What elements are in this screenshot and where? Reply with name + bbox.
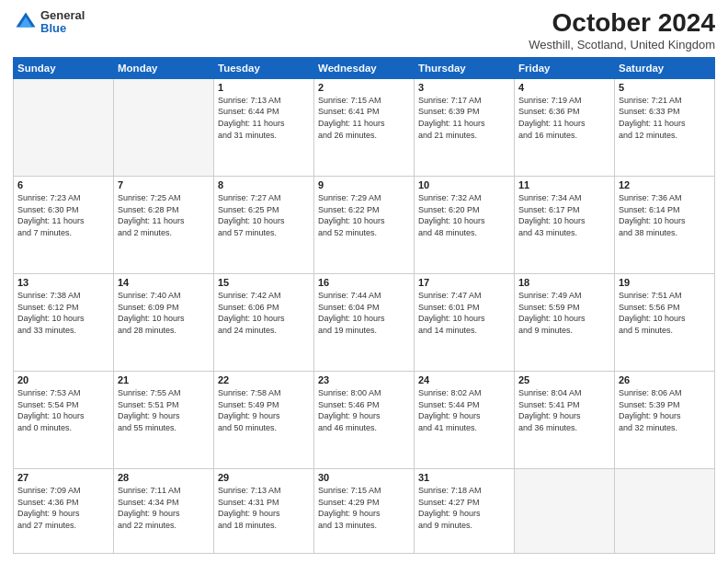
calendar-cell-w5-d6 <box>515 469 615 554</box>
calendar-cell-w4-d7: 26Sunrise: 8:06 AMSunset: 5:39 PMDayligh… <box>615 372 715 469</box>
day-number: 27 <box>17 472 109 483</box>
calendar-cell-w4-d4: 23Sunrise: 8:00 AMSunset: 5:46 PMDayligh… <box>314 372 415 469</box>
calendar-cell-w3-d1: 13Sunrise: 7:38 AMSunset: 6:12 PMDayligh… <box>14 274 114 372</box>
logo-general: General <box>40 9 85 22</box>
day-number: 20 <box>17 374 109 385</box>
day-number: 7 <box>118 179 210 190</box>
day-detail: Sunrise: 7:32 AMSunset: 6:20 PMDaylight:… <box>418 192 510 238</box>
header: General Blue October 2024 Westhill, Scot… <box>13 9 715 52</box>
day-detail: Sunrise: 8:06 AMSunset: 5:39 PMDaylight:… <box>619 387 711 433</box>
title-block: October 2024 Westhill, Scotland, United … <box>529 9 715 52</box>
day-detail: Sunrise: 7:36 AMSunset: 6:14 PMDaylight:… <box>619 192 711 238</box>
day-detail: Sunrise: 7:18 AMSunset: 4:27 PMDaylight:… <box>418 485 510 531</box>
calendar-cell-w1-d4: 2Sunrise: 7:15 AMSunset: 6:41 PMDaylight… <box>314 78 415 176</box>
calendar-cell-w5-d4: 30Sunrise: 7:15 AMSunset: 4:29 PMDayligh… <box>314 469 415 554</box>
day-detail: Sunrise: 7:29 AMSunset: 6:22 PMDaylight:… <box>318 192 410 238</box>
day-detail: Sunrise: 7:40 AMSunset: 6:09 PMDaylight:… <box>118 290 210 336</box>
main-title: October 2024 <box>529 9 715 38</box>
header-saturday: Saturday <box>615 57 715 78</box>
calendar-cell-w4-d5: 24Sunrise: 8:02 AMSunset: 5:44 PMDayligh… <box>415 372 515 469</box>
day-detail: Sunrise: 7:27 AMSunset: 6:25 PMDaylight:… <box>218 192 310 238</box>
calendar-cell-w4-d6: 25Sunrise: 8:04 AMSunset: 5:41 PMDayligh… <box>515 372 615 469</box>
day-number: 28 <box>118 472 210 483</box>
calendar-cell-w5-d3: 29Sunrise: 7:13 AMSunset: 4:31 PMDayligh… <box>214 469 314 554</box>
logo: General Blue <box>13 9 85 36</box>
day-number: 13 <box>17 277 109 288</box>
day-number: 18 <box>518 277 610 288</box>
day-number: 11 <box>518 179 610 190</box>
calendar-cell-w5-d1: 27Sunrise: 7:09 AMSunset: 4:36 PMDayligh… <box>14 469 114 554</box>
calendar-week-2: 6Sunrise: 7:23 AMSunset: 6:30 PMDaylight… <box>14 176 715 273</box>
day-detail: Sunrise: 8:00 AMSunset: 5:46 PMDaylight:… <box>318 387 410 433</box>
calendar-cell-w3-d6: 18Sunrise: 7:49 AMSunset: 5:59 PMDayligh… <box>515 274 615 372</box>
logo-text: General Blue <box>40 9 85 36</box>
day-detail: Sunrise: 7:17 AMSunset: 6:39 PMDaylight:… <box>418 95 510 141</box>
day-detail: Sunrise: 7:15 AMSunset: 6:41 PMDaylight:… <box>318 95 410 141</box>
day-number: 19 <box>619 277 711 288</box>
day-number: 3 <box>418 82 510 93</box>
day-number: 1 <box>218 82 310 93</box>
calendar-header-row: Sunday Monday Tuesday Wednesday Thursday… <box>14 57 715 78</box>
day-number: 26 <box>619 374 711 385</box>
logo-icon <box>13 9 39 35</box>
day-number: 30 <box>318 472 410 483</box>
day-detail: Sunrise: 7:55 AMSunset: 5:51 PMDaylight:… <box>118 387 210 433</box>
day-number: 22 <box>218 374 310 385</box>
day-detail: Sunrise: 7:15 AMSunset: 4:29 PMDaylight:… <box>318 485 410 531</box>
day-number: 12 <box>619 179 711 190</box>
day-detail: Sunrise: 7:23 AMSunset: 6:30 PMDaylight:… <box>17 192 109 238</box>
calendar-cell-w5-d7 <box>615 469 715 554</box>
calendar-cell-w1-d7: 5Sunrise: 7:21 AMSunset: 6:33 PMDaylight… <box>615 78 715 176</box>
calendar-cell-w2-d5: 10Sunrise: 7:32 AMSunset: 6:20 PMDayligh… <box>415 176 515 273</box>
day-detail: Sunrise: 7:13 AMSunset: 6:44 PMDaylight:… <box>218 95 310 141</box>
day-number: 17 <box>418 277 510 288</box>
calendar-week-4: 20Sunrise: 7:53 AMSunset: 5:54 PMDayligh… <box>14 372 715 469</box>
day-detail: Sunrise: 8:02 AMSunset: 5:44 PMDaylight:… <box>418 387 510 433</box>
calendar-cell-w4-d1: 20Sunrise: 7:53 AMSunset: 5:54 PMDayligh… <box>14 372 114 469</box>
header-thursday: Thursday <box>415 57 515 78</box>
calendar-cell-w2-d4: 9Sunrise: 7:29 AMSunset: 6:22 PMDaylight… <box>314 176 415 273</box>
day-detail: Sunrise: 7:25 AMSunset: 6:28 PMDaylight:… <box>118 192 210 238</box>
day-detail: Sunrise: 7:51 AMSunset: 5:56 PMDaylight:… <box>619 290 711 336</box>
calendar-cell-w1-d5: 3Sunrise: 7:17 AMSunset: 6:39 PMDaylight… <box>415 78 515 176</box>
calendar-cell-w1-d1 <box>14 78 114 176</box>
day-number: 23 <box>318 374 410 385</box>
day-detail: Sunrise: 7:11 AMSunset: 4:34 PMDaylight:… <box>118 485 210 531</box>
calendar-cell-w1-d2 <box>114 78 214 176</box>
day-number: 5 <box>619 82 711 93</box>
day-detail: Sunrise: 7:19 AMSunset: 6:36 PMDaylight:… <box>518 95 610 141</box>
day-number: 2 <box>318 82 410 93</box>
calendar-cell-w3-d4: 16Sunrise: 7:44 AMSunset: 6:04 PMDayligh… <box>314 274 415 372</box>
header-wednesday: Wednesday <box>314 57 415 78</box>
header-monday: Monday <box>114 57 214 78</box>
day-detail: Sunrise: 7:34 AMSunset: 6:17 PMDaylight:… <box>518 192 610 238</box>
header-tuesday: Tuesday <box>214 57 314 78</box>
calendar-cell-w2-d2: 7Sunrise: 7:25 AMSunset: 6:28 PMDaylight… <box>114 176 214 273</box>
day-detail: Sunrise: 7:09 AMSunset: 4:36 PMDaylight:… <box>17 485 109 531</box>
calendar-cell-w2-d1: 6Sunrise: 7:23 AMSunset: 6:30 PMDaylight… <box>14 176 114 273</box>
calendar-cell-w1-d3: 1Sunrise: 7:13 AMSunset: 6:44 PMDaylight… <box>214 78 314 176</box>
day-number: 29 <box>218 472 310 483</box>
calendar-cell-w3-d7: 19Sunrise: 7:51 AMSunset: 5:56 PMDayligh… <box>615 274 715 372</box>
day-number: 14 <box>118 277 210 288</box>
calendar-cell-w1-d6: 4Sunrise: 7:19 AMSunset: 6:36 PMDaylight… <box>515 78 615 176</box>
day-detail: Sunrise: 7:53 AMSunset: 5:54 PMDaylight:… <box>17 387 109 433</box>
logo-blue: Blue <box>40 22 85 35</box>
calendar-cell-w2-d6: 11Sunrise: 7:34 AMSunset: 6:17 PMDayligh… <box>515 176 615 273</box>
day-detail: Sunrise: 7:38 AMSunset: 6:12 PMDaylight:… <box>17 290 109 336</box>
calendar-table: Sunday Monday Tuesday Wednesday Thursday… <box>13 57 715 554</box>
day-number: 6 <box>17 179 109 190</box>
day-detail: Sunrise: 7:44 AMSunset: 6:04 PMDaylight:… <box>318 290 410 336</box>
day-number: 25 <box>518 374 610 385</box>
calendar-cell-w5-d2: 28Sunrise: 7:11 AMSunset: 4:34 PMDayligh… <box>114 469 214 554</box>
subtitle: Westhill, Scotland, United Kingdom <box>529 38 715 52</box>
day-number: 16 <box>318 277 410 288</box>
day-number: 31 <box>418 472 510 483</box>
calendar-week-1: 1Sunrise: 7:13 AMSunset: 6:44 PMDaylight… <box>14 78 715 176</box>
day-number: 10 <box>418 179 510 190</box>
header-sunday: Sunday <box>14 57 114 78</box>
calendar-cell-w2-d7: 12Sunrise: 7:36 AMSunset: 6:14 PMDayligh… <box>615 176 715 273</box>
calendar-week-3: 13Sunrise: 7:38 AMSunset: 6:12 PMDayligh… <box>14 274 715 372</box>
calendar-cell-w3-d2: 14Sunrise: 7:40 AMSunset: 6:09 PMDayligh… <box>114 274 214 372</box>
calendar-cell-w3-d5: 17Sunrise: 7:47 AMSunset: 6:01 PMDayligh… <box>415 274 515 372</box>
